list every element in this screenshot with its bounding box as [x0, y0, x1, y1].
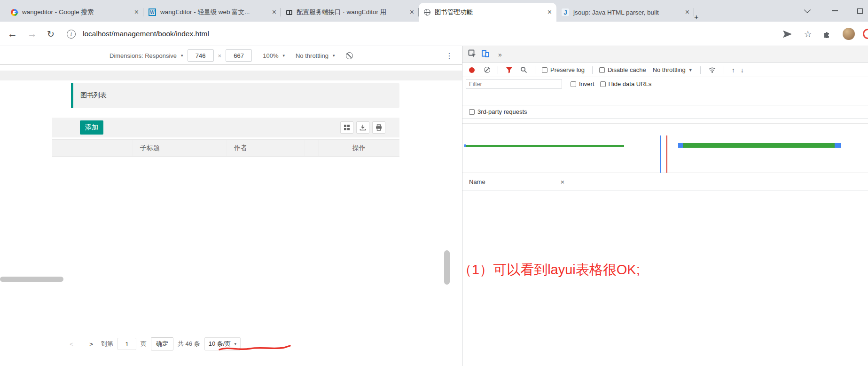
devtools-panel: » 1 Preserve log Disable cache No thrott…: [462, 46, 868, 366]
zoom-dropdown-arrow-icon[interactable]: ▾: [282, 53, 285, 58]
page-unit-label: 页: [141, 340, 147, 348]
dimensions-times: ×: [218, 52, 222, 59]
device-toolbar-toggle-icon[interactable]: [481, 49, 490, 59]
add-button[interactable]: 添加: [80, 120, 103, 135]
docs-favicon-icon: [286, 10, 292, 15]
back-icon[interactable]: ←: [8, 22, 17, 46]
extensions-puzzle-icon[interactable]: [821, 28, 833, 40]
third-party-checkbox[interactable]: 3rd-party requests: [469, 108, 527, 115]
devtools-tab-bar: »: [462, 46, 868, 63]
dimensions-dropdown[interactable]: Dimensions: Responsive: [109, 52, 177, 59]
page-title: 图书列表: [71, 83, 399, 108]
browser-tab[interactable]: 配置服务端接口 · wangEditor 用×: [281, 3, 419, 22]
send-to-device-icon[interactable]: [781, 28, 793, 40]
address-bar: ← → ↻ i localhost/management/book/index.…: [0, 22, 868, 46]
book-table: 子标题 作者 操作: [52, 139, 399, 157]
browser-tab[interactable]: wangeditor - Google 搜索×: [6, 3, 143, 22]
bookmark-star-icon[interactable]: ☆: [802, 28, 814, 40]
browser-tab-strip: wangeditor - Google 搜索×WwangEditor - 轻量级…: [0, 0, 868, 22]
import-har-icon[interactable]: ↑: [732, 66, 735, 74]
globe-favicon-icon: [424, 9, 430, 16]
domcontentloaded-line: [660, 135, 661, 173]
export-icon[interactable]: [356, 121, 369, 134]
load-event-line: [666, 135, 667, 173]
tab-title: 图书管理功能: [435, 8, 546, 16]
tab-close-icon[interactable]: ×: [133, 8, 141, 16]
site-info-icon[interactable]: i: [67, 22, 76, 46]
page-prev-button[interactable]: <: [66, 338, 77, 350]
goto-label: 到第: [101, 340, 113, 348]
inspect-element-icon[interactable]: [468, 49, 477, 59]
device-toolbar-menu-icon[interactable]: ⋮: [446, 46, 453, 65]
network-filter-input[interactable]: [466, 79, 562, 89]
red-scribble-annotation: [217, 343, 292, 353]
export-har-icon[interactable]: ↓: [741, 66, 744, 74]
device-emulation-toolbar: Dimensions: Responsive ▾ × 100% ▾ No thr…: [0, 46, 462, 65]
zoom-dropdown[interactable]: 100%: [263, 52, 278, 59]
viewport-width-input[interactable]: [188, 49, 214, 62]
tab-title: 配置服务端接口 · wangEditor 用: [297, 8, 408, 16]
json-preview-tree: [551, 191, 868, 201]
third-party-row: 3rd-party requests: [462, 105, 868, 119]
browser-tab[interactable]: WwangEditor - 轻量级 web 富文...×: [143, 3, 281, 22]
throttling-dropdown[interactable]: No throttling: [296, 52, 328, 59]
more-tabs-icon[interactable]: »: [495, 51, 505, 58]
search-icon[interactable]: [520, 66, 527, 73]
waterfall-green-bar: [466, 145, 624, 147]
confirm-button[interactable]: 确定: [151, 337, 173, 350]
browser-tab[interactable]: Jjsoup: Java HTML parser, built×: [556, 3, 694, 22]
reload-icon[interactable]: ↻: [47, 22, 55, 46]
page-next-button[interactable]: >: [86, 338, 97, 350]
update-badge-icon[interactable]: [862, 28, 868, 40]
network-overview-timeline: [462, 119, 868, 173]
network-conditions-icon[interactable]: [708, 66, 716, 73]
red-note-annotation: （1）可以看到layui表格很OK;: [458, 261, 640, 279]
header-author: 作者: [227, 140, 305, 156]
page-top-band: [0, 71, 462, 80]
preserve-log-checkbox[interactable]: Preserve log: [542, 66, 585, 73]
dimensions-dropdown-arrow-icon[interactable]: ▾: [181, 53, 183, 58]
tab-close-icon[interactable]: ×: [270, 8, 278, 16]
browser-tab[interactable]: 图书管理功能×: [419, 3, 556, 22]
profile-avatar[interactable]: [843, 28, 855, 40]
google-favicon-icon: [11, 9, 18, 16]
tab-close-icon[interactable]: ×: [683, 8, 691, 16]
horizontal-scrollbar-thumb[interactable]: [0, 277, 63, 282]
new-tab-button[interactable]: +: [694, 13, 698, 22]
tabs-container: wangeditor - Google 搜索×WwangEditor - 轻量级…: [0, 0, 868, 22]
forward-icon[interactable]: →: [27, 22, 37, 46]
filter-funnel-icon[interactable]: [506, 67, 513, 73]
tab-title: wangeditor - Google 搜索: [22, 8, 133, 16]
viewport-height-input[interactable]: [226, 49, 252, 62]
network-toolbar: Preserve log Disable cache No throttling…: [462, 63, 868, 77]
header-subtitle: 子标题: [133, 140, 227, 156]
hide-data-urls-checkbox[interactable]: Hide data URLs: [600, 80, 652, 88]
network-filter-row: Invert Hide data URLs: [462, 77, 868, 91]
throttling-dropdown-arrow-icon[interactable]: ▾: [333, 53, 335, 58]
network-throttling-dropdown[interactable]: No throttling▼: [653, 66, 693, 73]
total-count-label: 共 46 条: [178, 340, 200, 348]
no-throttling-icon: [346, 52, 353, 59]
vertical-scrollbar-thumb[interactable]: [444, 250, 450, 285]
close-detail-icon[interactable]: ×: [559, 178, 566, 186]
request-type-filters: [462, 91, 868, 105]
clear-network-log-icon[interactable]: [484, 67, 490, 73]
tab-close-icon[interactable]: ×: [408, 8, 416, 16]
url-field[interactable]: localhost/management/book/index.html: [83, 22, 209, 46]
table-header-row: 子标题 作者 操作: [52, 140, 399, 157]
header-name: [52, 140, 133, 156]
record-network-log-icon[interactable]: [469, 67, 475, 73]
columns-filter-icon[interactable]: [340, 121, 353, 134]
waterfall-blue-tick: [464, 144, 466, 147]
goto-page-input[interactable]: [117, 338, 136, 350]
name-column-header[interactable]: Name: [462, 173, 551, 191]
tab-close-icon[interactable]: ×: [546, 8, 554, 16]
tab-search-chevron-icon[interactable]: [799, 0, 816, 22]
jsoup-favicon-icon: J: [562, 8, 569, 16]
invert-checkbox[interactable]: Invert: [571, 80, 594, 88]
header-spacer: [305, 140, 319, 156]
print-icon[interactable]: [372, 121, 385, 134]
window-maximize-button[interactable]: [852, 0, 868, 22]
disable-cache-checkbox[interactable]: Disable cache: [599, 66, 646, 73]
window-minimize-button[interactable]: [826, 0, 843, 22]
